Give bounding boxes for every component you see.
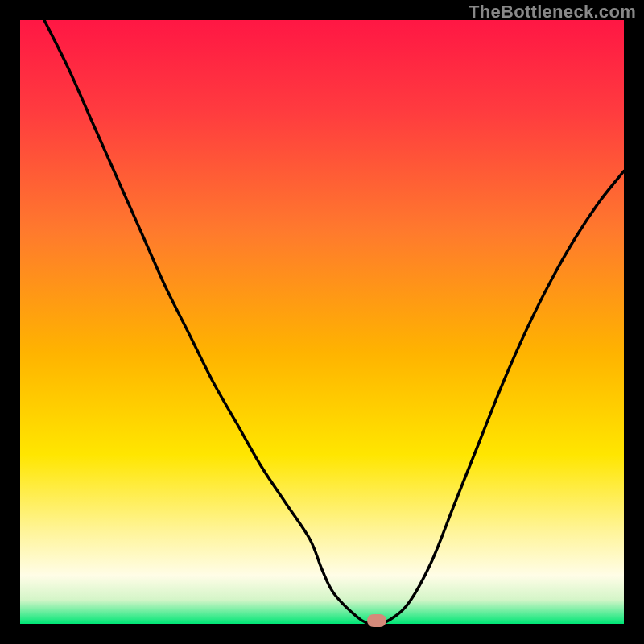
watermark-text: TheBottleneck.com — [469, 2, 636, 23]
chart-container: TheBottleneck.com — [0, 0, 644, 644]
optimum-marker-icon — [367, 614, 386, 627]
plot-area — [20, 20, 624, 624]
bottleneck-curve — [20, 20, 624, 624]
